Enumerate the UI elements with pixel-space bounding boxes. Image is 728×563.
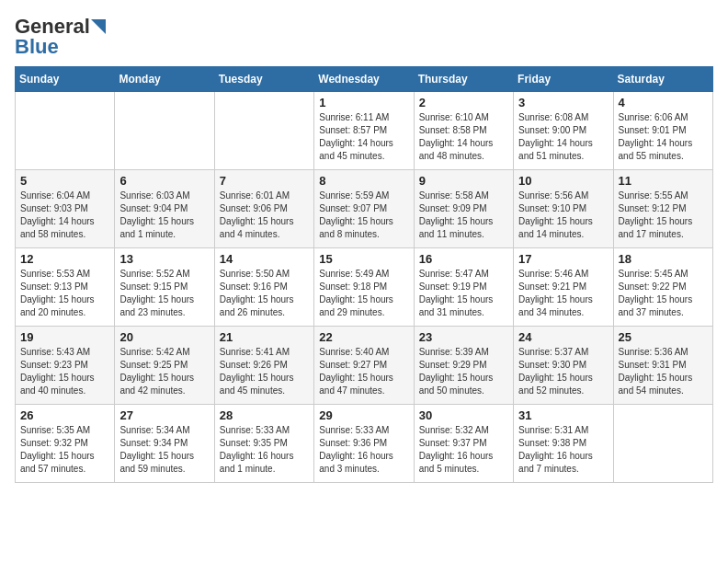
cell-info: Sunrise: 5:46 AM Sunset: 9:21 PM Dayligh… [518,268,609,319]
cell-info: Sunrise: 6:10 AM Sunset: 8:58 PM Dayligh… [419,111,509,163]
day-number: 16 [419,252,509,266]
column-header-wednesday: Wednesday [314,67,414,92]
cell-info: Sunrise: 6:01 AM Sunset: 9:06 PM Dayligh… [220,190,310,241]
calendar-cell: 21Sunrise: 5:41 AM Sunset: 9:26 PM Dayli… [214,327,313,405]
calendar-cell: 1Sunrise: 6:11 AM Sunset: 8:57 PM Daylig… [314,92,414,170]
day-number: 14 [220,252,310,266]
cell-info: Sunrise: 5:50 AM Sunset: 9:16 PM Dayligh… [220,268,310,319]
calendar-cell: 8Sunrise: 5:59 AM Sunset: 9:07 PM Daylig… [314,170,414,248]
logo: General Blue [15,15,106,59]
calendar-cell: 6Sunrise: 6:03 AM Sunset: 9:04 PM Daylig… [115,170,214,248]
calendar-week-row: 26Sunrise: 5:35 AM Sunset: 9:32 PM Dayli… [16,405,713,483]
day-number: 12 [20,252,110,266]
calendar-cell: 10Sunrise: 5:56 AM Sunset: 9:10 PM Dayli… [514,170,613,248]
calendar-cell: 29Sunrise: 5:33 AM Sunset: 9:36 PM Dayli… [314,405,414,483]
cell-info: Sunrise: 5:45 AM Sunset: 9:22 PM Dayligh… [619,268,709,319]
cell-info: Sunrise: 5:37 AM Sunset: 9:30 PM Dayligh… [518,346,609,397]
day-number: 25 [619,330,709,344]
day-number: 7 [220,174,310,188]
calendar-cell: 2Sunrise: 6:10 AM Sunset: 8:58 PM Daylig… [414,92,513,170]
cell-info: Sunrise: 5:43 AM Sunset: 9:23 PM Dayligh… [20,346,110,397]
calendar-cell: 31Sunrise: 5:31 AM Sunset: 9:38 PM Dayli… [514,405,613,483]
calendar-cell [214,92,313,170]
column-header-friday: Friday [514,67,613,92]
calendar-cell: 23Sunrise: 5:39 AM Sunset: 9:29 PM Dayli… [414,327,513,405]
calendar-cell: 19Sunrise: 5:43 AM Sunset: 9:23 PM Dayli… [16,327,115,405]
calendar-cell: 15Sunrise: 5:49 AM Sunset: 9:18 PM Dayli… [314,248,414,327]
cell-info: Sunrise: 5:56 AM Sunset: 9:10 PM Dayligh… [518,190,609,241]
calendar-cell: 7Sunrise: 6:01 AM Sunset: 9:06 PM Daylig… [214,170,313,248]
calendar-week-row: 12Sunrise: 5:53 AM Sunset: 9:13 PM Dayli… [16,248,713,327]
calendar-week-row: 19Sunrise: 5:43 AM Sunset: 9:23 PM Dayli… [16,327,713,405]
cell-info: Sunrise: 5:39 AM Sunset: 9:29 PM Dayligh… [419,346,509,397]
day-number: 5 [20,174,110,188]
calendar-cell: 20Sunrise: 5:42 AM Sunset: 9:25 PM Dayli… [115,327,214,405]
calendar-cell: 4Sunrise: 6:06 AM Sunset: 9:01 PM Daylig… [613,92,712,170]
cell-info: Sunrise: 5:36 AM Sunset: 9:31 PM Dayligh… [619,346,709,397]
cell-info: Sunrise: 5:41 AM Sunset: 9:26 PM Dayligh… [220,346,310,397]
calendar-week-row: 5Sunrise: 6:04 AM Sunset: 9:03 PM Daylig… [16,170,713,248]
cell-info: Sunrise: 5:53 AM Sunset: 9:13 PM Dayligh… [20,268,110,319]
day-number: 26 [20,408,110,422]
calendar-cell: 27Sunrise: 5:34 AM Sunset: 9:34 PM Dayli… [115,405,214,483]
cell-info: Sunrise: 5:49 AM Sunset: 9:18 PM Dayligh… [319,268,409,319]
calendar-table: SundayMondayTuesdayWednesdayThursdayFrid… [15,66,713,483]
calendar-cell: 13Sunrise: 5:52 AM Sunset: 9:15 PM Dayli… [115,248,214,327]
logo-triangle-icon [91,19,106,34]
day-number: 9 [419,174,509,188]
cell-info: Sunrise: 5:40 AM Sunset: 9:27 PM Dayligh… [319,346,409,397]
day-number: 22 [319,330,409,344]
day-number: 10 [518,174,609,188]
day-number: 27 [119,408,210,422]
cell-info: Sunrise: 6:06 AM Sunset: 9:01 PM Dayligh… [619,111,709,163]
calendar-cell: 16Sunrise: 5:47 AM Sunset: 9:19 PM Dayli… [414,248,513,327]
cell-info: Sunrise: 5:33 AM Sunset: 9:36 PM Dayligh… [319,424,409,476]
calendar-cell: 22Sunrise: 5:40 AM Sunset: 9:27 PM Dayli… [314,327,414,405]
cell-info: Sunrise: 5:34 AM Sunset: 9:34 PM Dayligh… [119,424,210,476]
cell-info: Sunrise: 6:11 AM Sunset: 8:57 PM Dayligh… [319,111,409,163]
day-number: 29 [319,408,409,422]
calendar-cell: 18Sunrise: 5:45 AM Sunset: 9:22 PM Dayli… [613,248,712,327]
day-number: 6 [119,174,210,188]
day-number: 19 [20,330,110,344]
cell-info: Sunrise: 6:08 AM Sunset: 9:00 PM Dayligh… [518,111,609,163]
cell-info: Sunrise: 5:59 AM Sunset: 9:07 PM Dayligh… [319,190,409,241]
calendar-cell [613,405,712,483]
calendar-cell: 5Sunrise: 6:04 AM Sunset: 9:03 PM Daylig… [16,170,115,248]
day-number: 24 [518,330,609,344]
day-number: 11 [619,174,709,188]
cell-info: Sunrise: 5:52 AM Sunset: 9:15 PM Dayligh… [119,268,210,319]
calendar-week-row: 1Sunrise: 6:11 AM Sunset: 8:57 PM Daylig… [16,92,713,170]
day-number: 8 [319,174,409,188]
calendar-cell: 12Sunrise: 5:53 AM Sunset: 9:13 PM Dayli… [16,248,115,327]
calendar-cell: 14Sunrise: 5:50 AM Sunset: 9:16 PM Dayli… [214,248,313,327]
column-header-saturday: Saturday [613,67,712,92]
logo-blue: Blue [15,35,59,59]
calendar-cell: 3Sunrise: 6:08 AM Sunset: 9:00 PM Daylig… [514,92,613,170]
column-header-tuesday: Tuesday [214,67,313,92]
calendar-cell [16,92,115,170]
day-number: 31 [518,408,609,422]
calendar-cell: 11Sunrise: 5:55 AM Sunset: 9:12 PM Dayli… [613,170,712,248]
day-number: 2 [419,96,509,109]
day-number: 17 [518,252,609,266]
cell-info: Sunrise: 6:03 AM Sunset: 9:04 PM Dayligh… [119,190,210,241]
calendar-cell: 25Sunrise: 5:36 AM Sunset: 9:31 PM Dayli… [613,327,712,405]
cell-info: Sunrise: 5:35 AM Sunset: 9:32 PM Dayligh… [20,424,110,476]
calendar-cell: 17Sunrise: 5:46 AM Sunset: 9:21 PM Dayli… [514,248,613,327]
day-number: 13 [119,252,210,266]
cell-info: Sunrise: 5:55 AM Sunset: 9:12 PM Dayligh… [619,190,709,241]
day-number: 21 [220,330,310,344]
column-header-monday: Monday [115,67,214,92]
day-number: 28 [220,408,310,422]
calendar-cell: 9Sunrise: 5:58 AM Sunset: 9:09 PM Daylig… [414,170,513,248]
day-number: 18 [619,252,709,266]
calendar-cell [115,92,214,170]
day-number: 4 [619,96,709,109]
calendar-cell: 26Sunrise: 5:35 AM Sunset: 9:32 PM Dayli… [16,405,115,483]
calendar-cell: 24Sunrise: 5:37 AM Sunset: 9:30 PM Dayli… [514,327,613,405]
day-number: 30 [419,408,509,422]
day-number: 20 [119,330,210,344]
calendar-header-row: SundayMondayTuesdayWednesdayThursdayFrid… [16,67,713,92]
cell-info: Sunrise: 5:33 AM Sunset: 9:35 PM Dayligh… [220,424,310,476]
